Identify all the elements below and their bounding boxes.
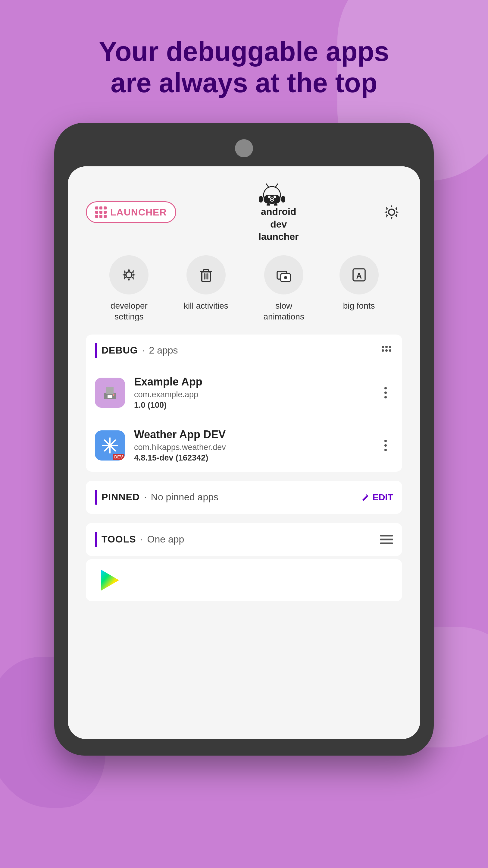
weather-app-icon: DEV bbox=[95, 430, 125, 461]
pinned-empty-text: No pinned apps bbox=[151, 492, 218, 503]
debug-count: 2 apps bbox=[149, 345, 178, 356]
developer-settings-circle bbox=[109, 255, 149, 294]
tools-count: One app bbox=[147, 534, 184, 545]
kill-activities-label: kill activities bbox=[184, 301, 228, 311]
svg-point-12 bbox=[389, 209, 395, 215]
svg-rect-42 bbox=[380, 542, 393, 544]
svg-line-4 bbox=[266, 184, 268, 187]
weather-app-version: 4.8.15-dev (162342) bbox=[134, 453, 369, 463]
tools-title: TOOLS bbox=[101, 534, 136, 545]
debug-separator: · bbox=[142, 345, 145, 356]
svg-point-22 bbox=[284, 276, 287, 279]
launcher-label: LAUNCHER bbox=[110, 207, 167, 218]
tools-section: TOOLS · One app bbox=[86, 523, 402, 556]
app-item-weather[interactable]: DEV Weather App DEV com.hikapps.weather.… bbox=[86, 419, 402, 472]
pinned-title: PINNED bbox=[101, 492, 140, 503]
svg-point-30 bbox=[389, 349, 391, 352]
playstore-icon bbox=[95, 565, 125, 595]
big-fonts-circle: A bbox=[339, 255, 379, 294]
big-fonts-label: big fonts bbox=[343, 301, 375, 311]
pinned-section: PINNED · No pinned apps EDIT bbox=[86, 481, 402, 514]
example-app-menu[interactable] bbox=[378, 387, 393, 398]
svg-rect-6 bbox=[259, 196, 263, 203]
settings-button[interactable] bbox=[381, 202, 402, 223]
tools-menu-icon[interactable] bbox=[380, 535, 393, 544]
svg-point-27 bbox=[389, 346, 391, 348]
playstore-item[interactable] bbox=[86, 559, 402, 601]
svg-point-28 bbox=[382, 349, 384, 352]
slow-animations-circle bbox=[264, 255, 303, 294]
grid-icon bbox=[95, 207, 107, 218]
app-content: LAUNCHER bbox=[68, 166, 420, 613]
example-app-version: 1.0 (100) bbox=[134, 401, 369, 410]
app-logo-icon bbox=[258, 181, 298, 206]
slow-animations-action[interactable]: slow animations bbox=[264, 255, 304, 322]
svg-point-34 bbox=[113, 394, 115, 396]
weather-dev-badge: DEV bbox=[113, 454, 124, 460]
kill-activities-circle bbox=[187, 255, 226, 294]
svg-point-26 bbox=[385, 346, 388, 348]
svg-point-11 bbox=[271, 199, 273, 200]
edit-label: EDIT bbox=[372, 492, 393, 502]
app-item-example[interactable]: Example App com.example.app 1.0 (100) bbox=[86, 367, 402, 419]
svg-text:A: A bbox=[356, 271, 362, 280]
camera-dot bbox=[235, 139, 253, 157]
weather-app-info: Weather App DEV com.hikapps.weather.dev … bbox=[134, 428, 369, 463]
tools-separator: · bbox=[140, 534, 143, 545]
example-app-info: Example App com.example.app 1.0 (100) bbox=[134, 375, 369, 410]
phone-frame: LAUNCHER bbox=[54, 123, 434, 755]
debug-title-group: DEBUG · 2 apps bbox=[95, 343, 178, 358]
example-app-package: com.example.app bbox=[134, 390, 369, 399]
example-app-icon bbox=[95, 378, 125, 408]
debug-section-bar bbox=[95, 343, 97, 358]
tools-section-bar bbox=[95, 532, 97, 547]
pinned-separator: · bbox=[144, 492, 147, 503]
svg-point-3 bbox=[273, 195, 276, 198]
svg-point-25 bbox=[382, 346, 384, 348]
svg-point-29 bbox=[385, 349, 388, 352]
developer-settings-label: developer settings bbox=[110, 301, 148, 322]
svg-line-5 bbox=[275, 184, 278, 187]
hero-text: Your debuggable apps are always at the t… bbox=[0, 0, 488, 123]
svg-point-13 bbox=[126, 272, 132, 278]
edit-button[interactable]: EDIT bbox=[361, 492, 393, 502]
kill-activities-action[interactable]: kill activities bbox=[184, 255, 228, 322]
slow-animations-label: slow animations bbox=[264, 301, 304, 322]
app-logo: android dev launcher bbox=[258, 181, 298, 243]
svg-rect-7 bbox=[281, 196, 285, 203]
app-header: LAUNCHER bbox=[86, 181, 402, 243]
weather-app-package: com.hikapps.weather.dev bbox=[134, 443, 369, 452]
weather-app-name: Weather App DEV bbox=[134, 428, 369, 441]
debug-section-header: DEBUG · 2 apps bbox=[86, 335, 402, 472]
launcher-badge[interactable]: LAUNCHER bbox=[86, 201, 176, 223]
pinned-section-bar bbox=[95, 490, 97, 505]
svg-rect-33 bbox=[107, 395, 112, 398]
debug-title: DEBUG bbox=[101, 345, 138, 356]
debug-header-bar: DEBUG · 2 apps bbox=[86, 335, 402, 367]
svg-rect-32 bbox=[106, 387, 113, 394]
svg-point-39 bbox=[108, 444, 111, 447]
pinned-left: PINNED · No pinned apps bbox=[95, 490, 218, 505]
developer-settings-action[interactable]: developer settings bbox=[109, 255, 149, 322]
quick-actions: developer settings bbox=[86, 255, 402, 322]
app-logo-text: android dev launcher bbox=[258, 206, 298, 243]
big-fonts-action[interactable]: A big fonts bbox=[339, 255, 379, 322]
debug-app-list: Example App com.example.app 1.0 (100) bbox=[86, 367, 402, 472]
svg-point-2 bbox=[268, 195, 270, 198]
phone-screen: LAUNCHER bbox=[68, 166, 420, 739]
debug-grid-icon[interactable] bbox=[380, 344, 393, 357]
weather-app-menu[interactable] bbox=[378, 440, 393, 451]
tools-left: TOOLS · One app bbox=[95, 532, 184, 547]
svg-rect-40 bbox=[380, 535, 393, 536]
svg-rect-41 bbox=[380, 538, 393, 540]
example-app-name: Example App bbox=[134, 375, 369, 388]
